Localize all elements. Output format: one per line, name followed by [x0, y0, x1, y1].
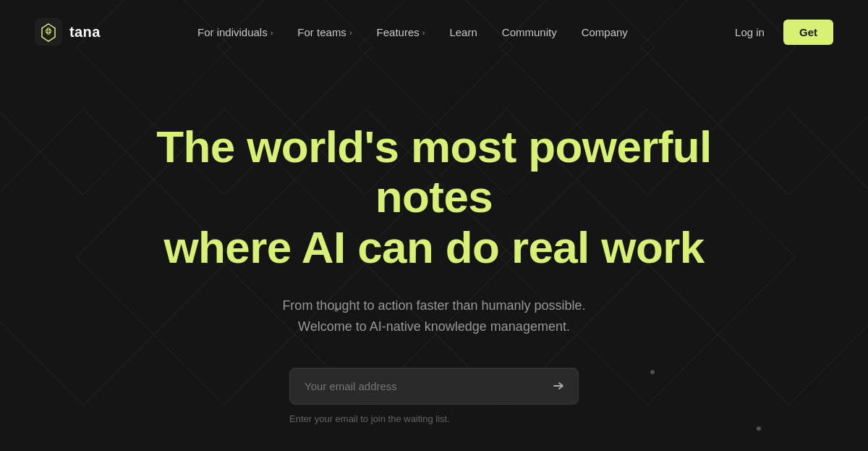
nav-links: For individuals › For teams › Features ›…: [187, 20, 638, 44]
get-button[interactable]: Get: [783, 20, 833, 45]
hero-title-line1: The world's most powerful notes: [156, 122, 711, 222]
email-form: [289, 368, 579, 405]
nav-for-individuals-label: For individuals: [197, 26, 268, 38]
arrow-right-icon: [551, 379, 566, 393]
nav-learn[interactable]: Learn: [439, 20, 487, 44]
chevron-icon-features: ›: [422, 28, 425, 37]
nav-company-label: Company: [582, 26, 628, 38]
nav-features[interactable]: Features ›: [367, 20, 435, 44]
nav-learn-label: Learn: [449, 26, 477, 38]
nav-company[interactable]: Company: [571, 20, 638, 44]
login-button[interactable]: Log in: [725, 20, 775, 44]
logo-link[interactable]: tana: [35, 18, 101, 46]
nav-features-label: Features: [377, 26, 420, 38]
decorative-dot-3: [757, 426, 761, 431]
nav-community-label: Community: [502, 26, 557, 38]
nav-for-teams[interactable]: For teams ›: [287, 20, 362, 44]
chevron-icon-teams: ›: [349, 28, 352, 37]
hero-title-line2: where AI can do real work: [163, 222, 704, 272]
hero-title: The world's most powerful notes where AI…: [152, 122, 716, 272]
nav-actions: Log in Get: [725, 20, 833, 45]
nav-for-individuals[interactable]: For individuals ›: [187, 20, 283, 44]
submit-email-button[interactable]: [548, 376, 569, 396]
nav-community[interactable]: Community: [492, 20, 567, 44]
hero-subtitle-line2: Welcome to AI-native knowledge managemen…: [298, 319, 570, 334]
email-hint: Enter your email to join the waiting lis…: [289, 413, 579, 424]
nav-for-teams-label: For teams: [297, 26, 346, 38]
hero-subtitle: From thought to action faster than human…: [282, 295, 585, 337]
navbar: tana For individuals › For teams › Featu…: [0, 0, 868, 64]
email-input[interactable]: [289, 368, 579, 405]
logo-icon: [35, 18, 62, 46]
hero-subtitle-line1: From thought to action faster than human…: [282, 298, 585, 313]
logo-text: tana: [69, 24, 101, 41]
chevron-icon-individuals: ›: [271, 28, 273, 37]
hero-section: The world's most powerful notes where AI…: [0, 64, 868, 424]
